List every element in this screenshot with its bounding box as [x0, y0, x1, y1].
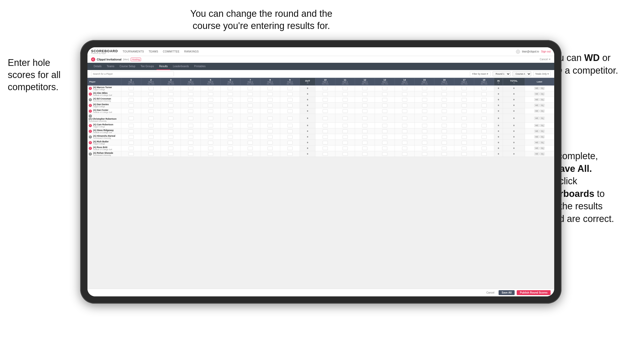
hole-13-score-input[interactable]: [382, 98, 387, 102]
hole-13-score-input[interactable]: [382, 104, 387, 107]
hole-8-score-input[interactable]: [268, 87, 273, 90]
hole-3-input-cell[interactable]: [161, 114, 181, 123]
hole-1-input-cell[interactable]: [121, 91, 141, 97]
hole-6-score-input[interactable]: [228, 87, 233, 90]
hole-11-input-cell[interactable]: [335, 145, 355, 151]
hole-5-input-cell[interactable]: [201, 86, 220, 91]
hole-16-score-input[interactable]: [442, 104, 447, 107]
hole-4-input-cell[interactable]: [181, 123, 201, 128]
hole-4-score-input[interactable]: [188, 92, 193, 96]
hole-8-score-input[interactable]: [268, 109, 273, 113]
hole-1-input-cell[interactable]: [121, 145, 141, 151]
hole-5-input-cell[interactable]: [201, 145, 220, 151]
hole-8-score-input[interactable]: [268, 147, 273, 150]
hole-17-input-cell[interactable]: [454, 86, 474, 91]
hole-3-score-input[interactable]: [168, 109, 173, 113]
hole-8-input-cell[interactable]: [260, 123, 280, 128]
hole-4-input-cell[interactable]: [181, 151, 201, 157]
hole-15-input-cell[interactable]: [414, 91, 434, 97]
wd-button[interactable]: WD: [534, 124, 539, 127]
hole-5-input-cell[interactable]: [201, 114, 220, 123]
dq-button[interactable]: DQ: [540, 141, 545, 144]
hole-12-score-input[interactable]: [362, 147, 367, 150]
hole-15-score-input[interactable]: [422, 129, 427, 133]
hole-14-input-cell[interactable]: [395, 97, 414, 103]
hole-6-input-cell[interactable]: [220, 97, 240, 103]
hole-15-score-input[interactable]: [422, 135, 427, 139]
hole-15-input-cell[interactable]: [414, 103, 434, 108]
hole-14-input-cell[interactable]: [395, 103, 414, 108]
hole-12-input-cell[interactable]: [355, 97, 375, 103]
hole-17-input-cell[interactable]: [454, 103, 474, 108]
hole-8-input-cell[interactable]: [260, 134, 280, 140]
hole-11-score-input[interactable]: [343, 117, 348, 120]
hole-14-input-cell[interactable]: [395, 123, 414, 128]
hole-10-score-input[interactable]: [323, 129, 328, 133]
hole-6-score-input[interactable]: [228, 92, 233, 96]
hole-3-score-input[interactable]: [168, 135, 173, 139]
hole-16-input-cell[interactable]: [434, 151, 454, 157]
hole-2-score-input[interactable]: [149, 87, 154, 90]
hole-5-input-cell[interactable]: [201, 134, 220, 140]
hole-15-input-cell[interactable]: [414, 134, 434, 140]
hole-1-score-input[interactable]: [129, 92, 134, 96]
hole-10-input-cell[interactable]: [315, 86, 335, 91]
hole-6-score-input[interactable]: [228, 98, 233, 102]
hole-10-input-cell[interactable]: [315, 151, 335, 157]
hole-13-score-input[interactable]: [382, 135, 387, 139]
hole-1-score-input[interactable]: [129, 87, 134, 90]
hole-14-input-cell[interactable]: [395, 151, 414, 157]
wd-button[interactable]: WD: [534, 152, 539, 155]
hole-14-input-cell[interactable]: [395, 128, 414, 134]
hole-9-score-input[interactable]: [287, 141, 293, 144]
hole-3-input-cell[interactable]: [161, 140, 181, 145]
hole-4-input-cell[interactable]: [181, 97, 201, 103]
hole-14-score-input[interactable]: [402, 141, 407, 144]
hole-3-score-input[interactable]: [168, 124, 173, 127]
hole-2-score-input[interactable]: [149, 129, 154, 133]
hole-6-score-input[interactable]: [228, 141, 233, 144]
hole-5-input-cell[interactable]: [201, 140, 220, 145]
hole-11-score-input[interactable]: [343, 152, 348, 156]
hole-17-score-input[interactable]: [462, 117, 467, 120]
hole-9-score-input[interactable]: [287, 152, 293, 156]
hole-2-input-cell[interactable]: [141, 108, 161, 114]
totals-only-toggle[interactable]: Totals Only ▾: [533, 71, 551, 76]
cancel-button[interactable]: Cancel: [484, 290, 497, 295]
hole-12-input-cell[interactable]: [355, 134, 375, 140]
hole-14-score-input[interactable]: [402, 117, 407, 120]
round-select[interactable]: Round 1 Round 2 Round 3 Round 4: [493, 71, 510, 76]
hole-1-score-input[interactable]: [129, 147, 134, 150]
hole-15-score-input[interactable]: [422, 87, 427, 90]
hole-8-input-cell[interactable]: [260, 128, 280, 134]
hole-7-input-cell[interactable]: [240, 97, 260, 103]
hole-18-score-input[interactable]: [482, 104, 487, 107]
hole-4-score-input[interactable]: [188, 141, 193, 144]
hole-4-score-input[interactable]: [188, 124, 193, 127]
hole-17-input-cell[interactable]: [454, 145, 474, 151]
hole-14-score-input[interactable]: [402, 152, 407, 156]
hole-12-input-cell[interactable]: [355, 151, 375, 157]
hole-17-score-input[interactable]: [462, 124, 467, 127]
hole-7-score-input[interactable]: [248, 87, 253, 90]
hole-6-input-cell[interactable]: [220, 145, 240, 151]
hole-3-input-cell[interactable]: [161, 91, 181, 97]
hole-8-input-cell[interactable]: [260, 151, 280, 157]
hole-18-score-input[interactable]: [482, 117, 487, 120]
hole-11-input-cell[interactable]: [335, 97, 355, 103]
hole-2-input-cell[interactable]: [141, 145, 161, 151]
hole-1-input-cell[interactable]: [121, 128, 141, 134]
hole-11-input-cell[interactable]: [335, 123, 355, 128]
hole-12-input-cell[interactable]: [355, 145, 375, 151]
hole-4-score-input[interactable]: [188, 104, 193, 107]
hole-6-score-input[interactable]: [228, 104, 233, 107]
hole-14-input-cell[interactable]: [395, 108, 414, 114]
hole-17-input-cell[interactable]: [454, 114, 474, 123]
hole-15-score-input[interactable]: [422, 141, 427, 144]
hole-13-input-cell[interactable]: [375, 103, 395, 108]
hole-11-input-cell[interactable]: [335, 140, 355, 145]
hole-16-score-input[interactable]: [442, 98, 447, 102]
hole-8-input-cell[interactable]: [260, 103, 280, 108]
hole-11-score-input[interactable]: [343, 87, 348, 90]
hole-3-score-input[interactable]: [168, 129, 173, 133]
